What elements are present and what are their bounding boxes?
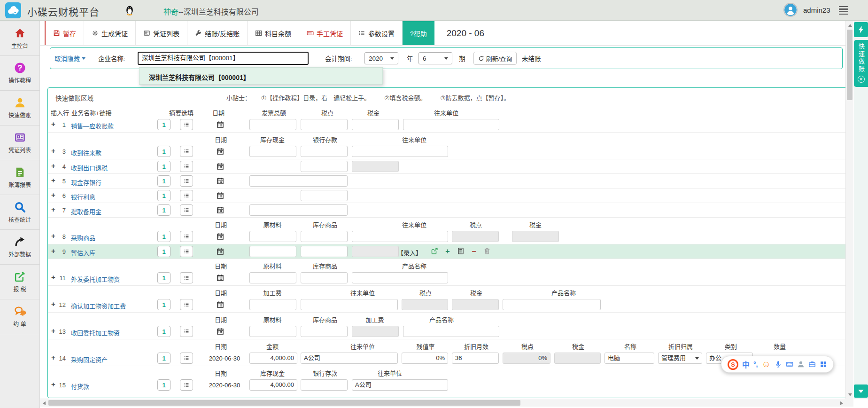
summary-select-button[interactable] — [180, 204, 193, 216]
punctuation-icon[interactable]: °, — [753, 361, 758, 368]
sidebar-item-quick-account[interactable]: 快速做账 — [0, 91, 39, 126]
insert-row-icon[interactable]: + — [51, 300, 55, 308]
calendar-icon[interactable] — [217, 177, 224, 185]
entry-count-box[interactable]: 1 — [157, 353, 170, 364]
date-value[interactable]: 2020-06-30 — [204, 355, 245, 362]
summary-select-button[interactable] — [180, 272, 193, 283]
keyboard-icon[interactable] — [786, 361, 793, 368]
field-input[interactable] — [301, 190, 348, 201]
field-input[interactable] — [301, 246, 348, 257]
save-draft-button[interactable]: 暂存 — [45, 21, 84, 45]
field-input[interactable] — [301, 326, 348, 337]
summary-select-button[interactable] — [180, 119, 193, 130]
field-input[interactable] — [352, 119, 399, 130]
sidebar-item-tutorial[interactable]: ?操作教程 — [0, 56, 39, 91]
field-input[interactable] — [301, 379, 348, 391]
entry-count-box[interactable]: 1 — [157, 204, 170, 216]
summary-select-button[interactable] — [180, 231, 193, 242]
entry-export-icon[interactable] — [430, 247, 439, 256]
sidebar-item-audit-stats[interactable]: 核查统计 — [0, 195, 39, 230]
business-link[interactable]: 暂估入库 — [71, 248, 95, 257]
field-input[interactable] — [403, 326, 499, 337]
sidebar-item-order[interactable]: 约 单 — [0, 299, 39, 334]
insert-row-icon[interactable]: + — [51, 354, 55, 361]
sidebar-item-external-data[interactable]: 外部数据 — [0, 230, 39, 265]
emoji-icon[interactable]: ☺ — [762, 359, 771, 369]
calendar-icon[interactable] — [217, 274, 224, 282]
scroll-right-icon[interactable] — [837, 399, 845, 407]
entry-calculator-icon[interactable] — [457, 247, 465, 256]
qq-penguin-icon[interactable] — [124, 4, 135, 16]
microphone-icon[interactable] — [775, 361, 782, 368]
year-select[interactable]: 2020 — [364, 52, 398, 64]
apps-grid-icon[interactable] — [820, 361, 827, 368]
entry-count-box[interactable]: 1 — [157, 146, 170, 157]
field-input[interactable] — [249, 299, 296, 310]
sidebar-item-tax-filing[interactable]: 报 税 — [0, 265, 39, 299]
scroll-down-icon[interactable] — [846, 391, 854, 399]
entry-add-icon[interactable]: + — [443, 247, 452, 256]
insert-row-icon[interactable]: + — [51, 247, 55, 255]
calendar-icon[interactable] — [217, 163, 224, 170]
calendar-icon[interactable] — [217, 148, 224, 155]
field-input[interactable] — [301, 272, 348, 283]
summary-select-button[interactable] — [180, 175, 193, 187]
help-button[interactable]: ?帮助 — [403, 21, 434, 45]
field-input[interactable]: A公司 — [352, 379, 448, 391]
close-icon[interactable]: ✕ — [858, 76, 865, 83]
field-input[interactable] — [503, 299, 601, 310]
field-input[interactable] — [352, 272, 448, 283]
company-suggest-item[interactable]: 深圳兰芝科技有限公司【000001】 — [140, 68, 382, 82]
entry-count-box[interactable]: 1 — [157, 175, 170, 187]
calendar-icon[interactable] — [217, 233, 224, 240]
sogou-logo-icon[interactable]: S — [728, 359, 738, 370]
app-logo-icon[interactable] — [5, 2, 21, 18]
field-input[interactable] — [352, 146, 448, 157]
subject-balance-button[interactable]: 科目余额 — [248, 21, 299, 45]
field-input[interactable]: 0% — [402, 353, 448, 364]
business-link[interactable]: 现金存银行 — [71, 178, 101, 187]
summary-select-button[interactable] — [180, 246, 193, 257]
field-input[interactable]: 电脑 — [604, 353, 654, 364]
date-value[interactable]: 2020-06-30 — [204, 382, 245, 389]
business-link[interactable]: 提取备用金 — [71, 207, 101, 216]
sidebar-item-voucher-list[interactable]: 凭证列表 — [0, 126, 39, 160]
calendar-icon[interactable] — [217, 328, 224, 335]
voucher-list-button[interactable]: 凭证列表 — [136, 21, 187, 45]
business-link[interactable]: 银行利息 — [71, 192, 95, 201]
insert-row-icon[interactable]: + — [51, 381, 55, 388]
toggle-hide-link[interactable]: 取消隐藏 — [54, 54, 85, 63]
closing-button[interactable]: 结账/反结账 — [187, 21, 248, 45]
insert-row-icon[interactable]: + — [51, 327, 55, 335]
business-link[interactable]: 销售—应收账款 — [71, 121, 114, 130]
settings-button[interactable]: 参数设置 — [351, 21, 403, 45]
sidebar-item-ledger-report[interactable]: 账簿报表 — [0, 160, 39, 195]
field-input[interactable]: A公司 — [301, 353, 398, 364]
field-input[interactable] — [301, 119, 348, 130]
vertical-scroll-thumb[interactable] — [847, 30, 852, 100]
entry-count-box[interactable]: 1 — [157, 299, 170, 310]
toolbox-icon[interactable] — [808, 361, 816, 368]
calendar-icon[interactable] — [217, 248, 224, 255]
vertical-scrollbar[interactable] — [845, 21, 853, 399]
summary-select-button[interactable] — [180, 379, 193, 391]
insert-row-icon[interactable]: + — [51, 274, 55, 281]
summary-select-button[interactable] — [180, 353, 193, 364]
field-input[interactable] — [403, 119, 499, 130]
sidebar-item-main-console[interactable]: 主控台 — [0, 21, 39, 56]
business-link[interactable]: 采购固定资产 — [71, 355, 108, 364]
insert-row-icon[interactable]: + — [51, 120, 55, 128]
business-link[interactable]: 外发委托加工物资 — [71, 275, 120, 283]
entry-remove-icon[interactable]: − — [470, 247, 478, 256]
field-input[interactable] — [301, 146, 348, 157]
entry-count-box[interactable]: 1 — [157, 190, 170, 201]
scroll-left-icon[interactable] — [40, 399, 48, 407]
summary-select-button[interactable] — [180, 161, 193, 172]
insert-row-icon[interactable]: + — [51, 162, 55, 170]
entry-count-box[interactable]: 1 — [157, 326, 170, 337]
field-input[interactable] — [301, 231, 348, 242]
field-input[interactable] — [249, 326, 296, 337]
business-link[interactable]: 付货款 — [71, 382, 89, 391]
entry-delete-icon[interactable] — [483, 247, 491, 256]
month-select[interactable]: 6 — [418, 52, 452, 64]
